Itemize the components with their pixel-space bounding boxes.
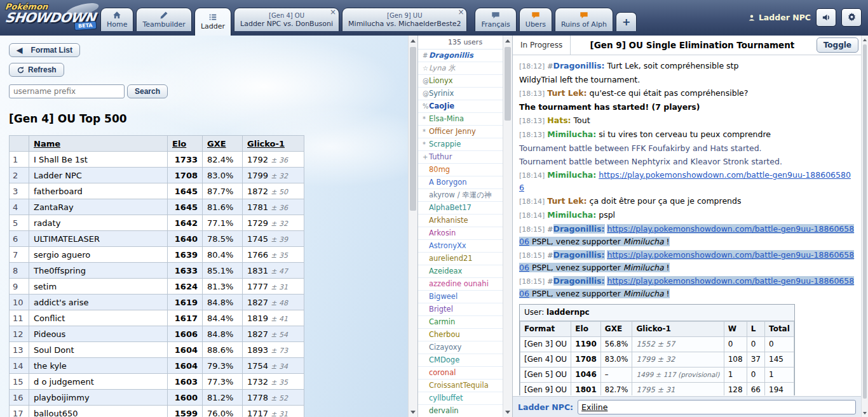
- chat-username[interactable]: Turt Lek:: [547, 196, 587, 206]
- list-icon: [208, 13, 217, 22]
- chat-message-input[interactable]: [578, 400, 856, 414]
- player-name[interactable]: playboijimmy: [29, 390, 168, 406]
- userlist-item[interactable]: dervalin: [418, 405, 503, 417]
- topbar: Pokémon SHOWDOWN BETA Home Teambuilder L…: [0, 0, 868, 36]
- userlist-item[interactable]: AstronyXx: [418, 240, 503, 253]
- ladder-scrollbar[interactable]: [408, 36, 417, 417]
- userlist-item[interactable]: Carmin: [418, 316, 503, 329]
- player-name[interactable]: addict's arise: [29, 295, 168, 310]
- ladder-row: 16playboijimmy160081.2%1778 ± 52: [10, 390, 304, 406]
- userlist-item[interactable]: Azeideax: [418, 265, 503, 278]
- player-name[interactable]: setim: [29, 279, 168, 295]
- scroll-down-arrow[interactable]: [409, 407, 417, 417]
- userlist-item[interactable]: AlphaBet17: [418, 202, 503, 215]
- chat-username[interactable]: Dragonillis:: [553, 276, 605, 286]
- format-list-back-button[interactable]: ◀ Format List: [9, 43, 80, 57]
- tab-battle-gen4ou[interactable]: × [Gen 4] OU Ladder NPC vs. DonBusoni: [234, 8, 339, 31]
- userlist-item[interactable]: @Syrinix: [418, 88, 503, 100]
- scroll-up-arrow[interactable]: [409, 36, 417, 46]
- sound-button[interactable]: [816, 8, 836, 27]
- search-button[interactable]: Search: [127, 84, 168, 98]
- userlist-item[interactable]: A Borygon: [418, 176, 503, 189]
- tab-room-ubers[interactable]: Ubers: [519, 8, 552, 31]
- scrollbar-thumb[interactable]: [505, 47, 511, 121]
- userlist-item[interactable]: 80mg: [418, 164, 503, 176]
- userlist-item[interactable]: CMDoge: [418, 354, 503, 367]
- userlist-item[interactable]: azzedine ounahi: [418, 278, 503, 291]
- userlist-item[interactable]: Arkhaniste: [418, 215, 503, 227]
- scroll-down-arrow[interactable]: [862, 409, 868, 417]
- userlist-item[interactable]: Bigweel: [418, 291, 503, 303]
- add-room-button[interactable]: +: [616, 12, 637, 31]
- player-name[interactable]: fatherboard: [29, 183, 168, 199]
- gxe-column-header[interactable]: GXE: [203, 136, 243, 152]
- toggle-button[interactable]: Toggle: [817, 37, 858, 53]
- userlist-item[interactable]: ☆Lyna 氷: [418, 62, 503, 75]
- userlist-item[interactable]: Cizayoxy: [418, 341, 503, 354]
- player-name[interactable]: sergio aguero: [29, 247, 168, 263]
- showdown-logo[interactable]: Pokémon SHOWDOWN BETA: [5, 2, 100, 34]
- chat-username[interactable]: Turt Lek:: [547, 88, 587, 98]
- chat-username[interactable]: Dragonillis:: [553, 61, 605, 70]
- tab-battle-gen9uu[interactable]: × [Gen 9] UU Mimilucha vs. MichaelderBes…: [342, 8, 467, 31]
- player-name[interactable]: ZantaRay: [29, 199, 168, 215]
- player-name[interactable]: Ladder NPC: [29, 168, 168, 183]
- scroll-up-arrow[interactable]: [503, 36, 512, 46]
- userlist-count[interactable]: 135 users: [418, 36, 512, 50]
- userlist-item[interactable]: @Lionyx: [418, 75, 503, 88]
- chat-username[interactable]: Dragonillis:: [553, 250, 605, 260]
- player-name[interactable]: d o judgement: [29, 374, 168, 390]
- chat-username[interactable]: Mimilucha:: [547, 170, 596, 180]
- userlist-item[interactable]: Arkosin: [418, 227, 503, 240]
- gear-icon: [847, 13, 857, 22]
- tab-ladder[interactable]: Ladder: [194, 8, 231, 36]
- userlist-item[interactable]: +Tuthur: [418, 151, 503, 164]
- chat-username[interactable]: Dragonillis:: [553, 224, 605, 234]
- userlist-scrollbar[interactable]: [503, 36, 512, 417]
- player-name[interactable]: Pideous: [29, 326, 168, 342]
- userlist-item[interactable]: *Officer Jenny: [418, 126, 503, 138]
- close-icon[interactable]: ×: [330, 9, 336, 16]
- userlist-item[interactable]: CroissantTequila: [418, 380, 503, 392]
- current-user-button[interactable]: Ladder NPC: [748, 13, 811, 22]
- close-icon[interactable]: ×: [458, 9, 464, 16]
- scroll-down-arrow[interactable]: [503, 407, 512, 417]
- name-column-header[interactable]: Name: [29, 136, 168, 152]
- window-scrollbar[interactable]: [861, 36, 868, 417]
- refresh-button[interactable]: Refresh: [9, 63, 64, 77]
- player-name[interactable]: radaty: [29, 215, 168, 231]
- userlist-item[interactable]: Brigtel: [418, 303, 503, 316]
- player-name[interactable]: I Shall Be 1st: [29, 152, 168, 168]
- tournament-status-tab[interactable]: In Progress: [513, 36, 571, 55]
- userlist-item[interactable]: *Elsa-Mina: [418, 113, 503, 126]
- tab-teambuilder[interactable]: Teambuilder: [136, 8, 191, 31]
- tab-room-ruins-of-alph[interactable]: Ruins of Alph: [555, 8, 613, 31]
- tab-room-francais[interactable]: Français: [475, 8, 516, 31]
- glicko-column-header[interactable]: Glicko-1: [243, 136, 304, 152]
- player-name[interactable]: The0ffspring: [29, 263, 168, 279]
- userlist-item[interactable]: Cherbou: [418, 329, 503, 341]
- player-name[interactable]: Conflict: [29, 310, 168, 326]
- chat-username[interactable]: Mimilucha:: [547, 210, 596, 220]
- player-name[interactable]: ULTIMATELASER: [29, 231, 168, 247]
- scrollbar-thumb[interactable]: [410, 47, 416, 211]
- elo-column-header[interactable]: Elo: [168, 136, 203, 152]
- chat-username[interactable]: Hats:: [547, 116, 571, 125]
- userlist-item[interactable]: coronal: [418, 367, 503, 380]
- userlist-item[interactable]: %CaoJie: [418, 100, 503, 113]
- scroll-up-arrow[interactable]: [862, 36, 868, 44]
- chat-username[interactable]: Mimilucha:: [547, 129, 596, 139]
- player-name[interactable]: ballout650: [29, 406, 168, 417]
- username: Tuthur: [429, 152, 452, 161]
- scrollbar-thumb[interactable]: [863, 44, 867, 399]
- tab-home[interactable]: Home: [100, 8, 133, 31]
- player-name[interactable]: Soul Dont: [29, 342, 168, 358]
- userlist-item[interactable]: *Scrappie: [418, 138, 503, 151]
- userlist-item[interactable]: cyllbuffet: [418, 392, 503, 405]
- player-name[interactable]: the kyle: [29, 358, 168, 374]
- userlist-item[interactable]: #Dragonillis: [418, 50, 503, 62]
- userlist-item[interactable]: akyrow / 幸運の神: [418, 189, 503, 202]
- userlist-item[interactable]: aureliend21: [418, 253, 503, 265]
- settings-button[interactable]: [841, 8, 862, 27]
- username-prefix-input[interactable]: [9, 84, 125, 98]
